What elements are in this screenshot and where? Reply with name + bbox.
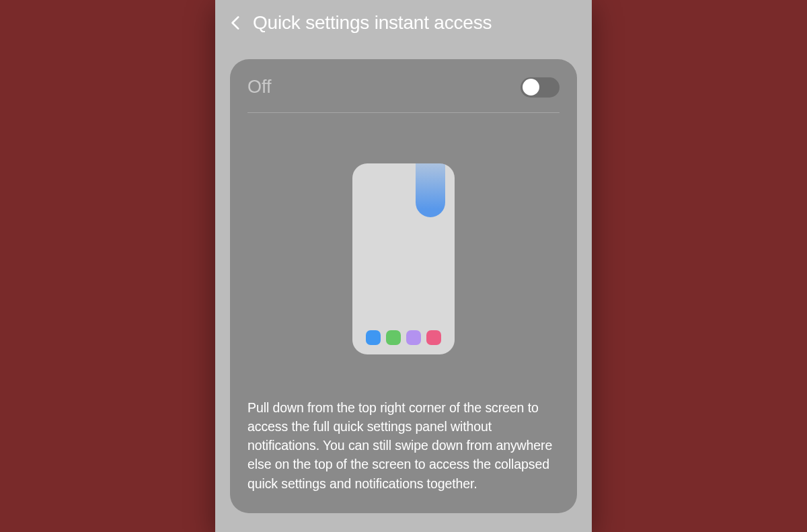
- swipe-gesture-indicator: [416, 163, 445, 217]
- phone-illustration: [352, 163, 455, 354]
- toggle-knob: [523, 79, 539, 96]
- dock-icons: [352, 330, 455, 345]
- toggle-switch[interactable]: [521, 77, 560, 98]
- dock-app-icon: [426, 330, 441, 345]
- master-toggle-row[interactable]: Off: [247, 77, 560, 113]
- dock-app-icon: [386, 330, 401, 345]
- dock-app-icon: [366, 330, 381, 345]
- feature-description: Pull down from the top right corner of t…: [247, 398, 560, 493]
- settings-card: Off Pull down from the top right corner …: [230, 59, 577, 513]
- header-bar: Quick settings instant access: [215, 0, 592, 46]
- dock-app-icon: [406, 330, 421, 345]
- page-title: Quick settings instant access: [253, 12, 492, 34]
- toggle-state-label: Off: [247, 77, 272, 98]
- illustration-area: [247, 113, 560, 398]
- back-icon[interactable]: [227, 14, 245, 32]
- phone-screen: Quick settings instant access Off Pull d…: [215, 0, 592, 532]
